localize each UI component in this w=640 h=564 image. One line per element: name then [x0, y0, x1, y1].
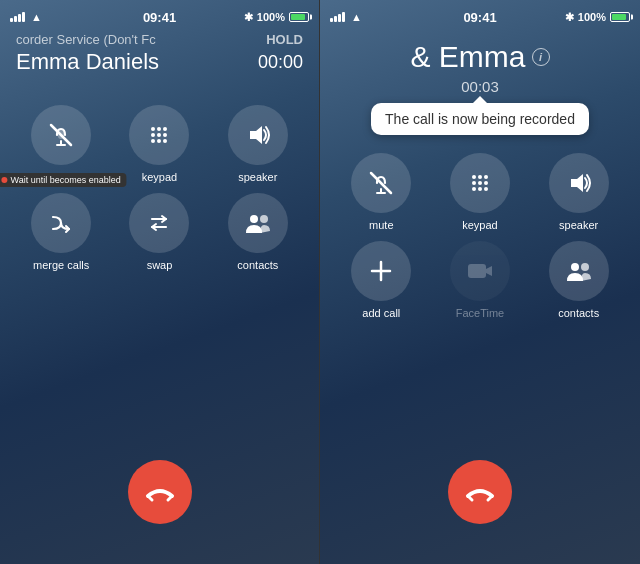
svg-point-11: [157, 139, 161, 143]
svg-point-21: [472, 175, 476, 179]
battery-icon-left: [289, 12, 309, 22]
contacts-label-right: contacts: [558, 307, 599, 319]
swap-icon-left: [145, 209, 173, 237]
mute-icon-left: [47, 121, 75, 149]
speaker-label-left: speaker: [238, 171, 277, 183]
svg-point-12: [163, 139, 167, 143]
svg-point-34: [571, 263, 579, 271]
svg-point-4: [151, 127, 155, 131]
svg-line-36: [468, 496, 472, 500]
svg-point-14: [250, 215, 258, 223]
contacts-button-right[interactable]: contacts: [537, 241, 620, 319]
time-right: 09:41: [463, 10, 496, 25]
bluetooth-icon-right: ✱: [565, 11, 574, 24]
battery-pct-left: 100%: [257, 11, 285, 23]
wifi-icon-left: ▲: [31, 11, 42, 23]
add-call-icon: [368, 258, 394, 284]
mute-button-right[interactable]: mute: [340, 153, 423, 231]
caller-name-right: & Emma i: [410, 40, 549, 74]
keypad-icon-left: [146, 122, 172, 148]
button-grid-row1-left: Wait until becomes enabled mute: [0, 105, 319, 183]
svg-point-29: [484, 187, 488, 191]
mute-tooltip-left: Wait until becomes enabled: [0, 173, 127, 187]
button-grid-row1-right: mute keypad: [320, 153, 640, 231]
svg-line-16: [148, 496, 152, 500]
battery-pct-right: 100%: [578, 11, 606, 23]
button-grid-row2-left: merge calls swap: [0, 193, 319, 271]
svg-point-10: [151, 139, 155, 143]
svg-point-26: [484, 181, 488, 185]
facetime-label: FaceTime: [456, 307, 505, 319]
call-timer-right: 00:03: [461, 78, 499, 95]
svg-point-24: [472, 181, 476, 185]
signal-icon-left: [10, 12, 25, 22]
status-bar-left: ▲ 09:41 ✱ 100%: [0, 0, 319, 28]
svg-point-27: [472, 187, 476, 191]
speaker-icon-left: [244, 121, 272, 149]
svg-point-23: [484, 175, 488, 179]
button-grid-row2-right: add call FaceTime contacts: [320, 241, 640, 319]
recording-tooltip: The call is now being recorded: [371, 103, 589, 135]
svg-point-6: [163, 127, 167, 131]
contacts-icon-left: [243, 209, 273, 237]
keypad-button-left[interactable]: keypad: [118, 105, 200, 183]
mute-button-left[interactable]: Wait until becomes enabled mute: [20, 105, 102, 183]
end-call-icon-right: [464, 476, 496, 508]
merge-calls-button[interactable]: merge calls: [20, 193, 102, 271]
info-icon-right[interactable]: i: [532, 48, 550, 66]
status-right-right: ✱ 100%: [565, 11, 630, 24]
mute-icon-right: [367, 169, 395, 197]
svg-rect-33: [468, 264, 486, 278]
svg-point-28: [478, 187, 482, 191]
svg-point-5: [157, 127, 161, 131]
end-call-icon-left: [144, 476, 176, 508]
merge-calls-label: merge calls: [33, 259, 89, 271]
time-left: 09:41: [143, 10, 176, 25]
bluetooth-icon-left: ✱: [244, 11, 253, 24]
speaker-button-right[interactable]: speaker: [537, 153, 620, 231]
status-right-left: ✱ 100%: [244, 11, 309, 24]
merge-icon-left: [47, 209, 75, 237]
svg-marker-30: [571, 174, 583, 192]
svg-point-15: [260, 215, 268, 223]
status-bar-right: ▲ 09:41 ✱ 100%: [320, 0, 640, 28]
speaker-button-left[interactable]: speaker: [217, 105, 299, 183]
swap-label-left: swap: [147, 259, 173, 271]
contacts-button-left[interactable]: contacts: [217, 193, 299, 271]
status-left-right: ▲: [330, 11, 362, 23]
svg-rect-1: [58, 129, 64, 139]
left-phone-screen: ▲ 09:41 ✱ 100% corder Service (Don't Fc …: [0, 0, 320, 564]
keypad-button-right[interactable]: keypad: [439, 153, 522, 231]
svg-point-35: [581, 263, 589, 271]
end-call-button-left[interactable]: [128, 460, 192, 524]
call-info-left: corder Service (Don't Fc HOLD Emma Danie…: [0, 28, 319, 75]
svg-line-37: [488, 496, 492, 500]
mute-label-right: mute: [369, 219, 393, 231]
svg-marker-13: [250, 126, 262, 144]
svg-point-22: [478, 175, 482, 179]
call-info-right: & Emma i 00:03 The call is now being rec…: [320, 28, 640, 135]
add-call-button[interactable]: add call: [340, 241, 423, 319]
svg-line-17: [168, 496, 172, 500]
keypad-label-left: keypad: [142, 171, 177, 183]
svg-point-7: [151, 133, 155, 137]
svg-point-9: [163, 133, 167, 137]
hold-caller-name: corder Service (Don't Fc: [16, 32, 156, 47]
wifi-icon-right: ▲: [351, 11, 362, 23]
keypad-label-right: keypad: [462, 219, 497, 231]
svg-point-25: [478, 181, 482, 185]
right-phone-screen: ▲ 09:41 ✱ 100% & Emma i 00:03 The call i…: [320, 0, 640, 564]
add-call-label: add call: [362, 307, 400, 319]
speaker-icon-right: [565, 169, 593, 197]
facetime-button[interactable]: FaceTime: [439, 241, 522, 319]
contacts-label-left: contacts: [237, 259, 278, 271]
call-timer-left: 00:00: [258, 52, 303, 73]
keypad-icon-right: [467, 170, 493, 196]
speaker-label-right: speaker: [559, 219, 598, 231]
status-left-left: ▲: [10, 11, 42, 23]
contacts-icon-right: [564, 257, 594, 285]
battery-icon-right: [610, 12, 630, 22]
hold-badge: HOLD: [266, 32, 303, 47]
swap-button-left[interactable]: swap: [118, 193, 200, 271]
end-call-button-right[interactable]: [448, 460, 512, 524]
